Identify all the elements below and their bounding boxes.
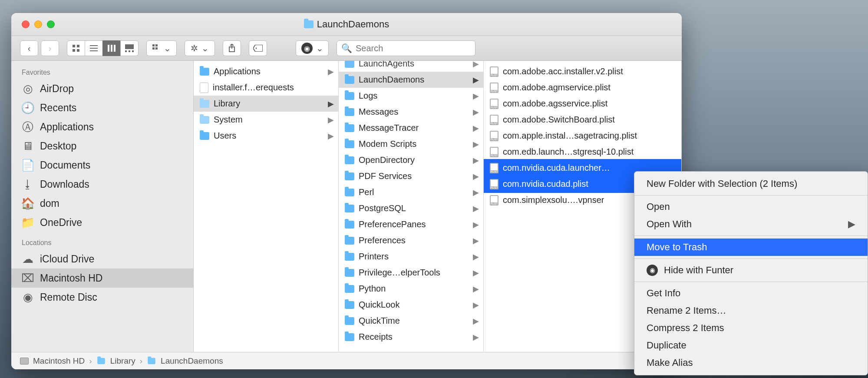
menu-item[interactable]: Open With▶ (634, 216, 868, 233)
view-list-button[interactable] (85, 40, 103, 56)
list-row[interactable]: LaunchAgents▶ (339, 61, 483, 72)
share-button[interactable] (223, 40, 241, 56)
zoom-window-button[interactable] (47, 20, 55, 28)
chevron-right-icon: ▶ (328, 131, 334, 141)
sidebar-item-home[interactable]: 🏠dom (11, 194, 193, 213)
list-row[interactable]: OpenDirectory▶ (339, 152, 483, 168)
list-row[interactable]: Users▶ (194, 128, 338, 144)
plist-file-icon (490, 179, 498, 189)
sidebar-item-desktop[interactable]: 🖥Desktop (11, 136, 193, 156)
list-row[interactable]: com.adobe.agsservice.plist (484, 96, 681, 112)
list-row[interactable]: com.apple.instal…sagetracing.plist (484, 128, 681, 144)
list-row[interactable]: Applications▶ (194, 63, 338, 80)
sidebar-item-applications[interactable]: ⒶApplications (11, 117, 193, 136)
svg-rect-7 (108, 45, 109, 52)
pathbar-item[interactable]: Macintosh HD (33, 356, 85, 366)
list-row[interactable]: com.adobe.agmservice.plist (484, 80, 681, 96)
list-row[interactable]: MessageTracer▶ (339, 120, 483, 136)
menu-item[interactable]: Compress 2 Items (634, 319, 868, 337)
downloads-icon: ⭳ (22, 178, 34, 190)
chevron-right-icon: ▶ (473, 156, 479, 165)
sidebar-item-macintosh-hd[interactable]: ⌧Macintosh HD (11, 269, 193, 288)
list-row[interactable]: com.adobe.acc.installer.v2.plist (484, 63, 681, 80)
row-label: LaunchDaemons (359, 75, 424, 85)
list-row[interactable]: installer.f…erequests (194, 80, 338, 96)
list-row[interactable]: PDF Services▶ (339, 168, 483, 184)
sidebar-item-icloud[interactable]: ☁iCloud Drive (11, 249, 193, 269)
list-row[interactable]: LaunchDaemons▶ (339, 72, 483, 88)
desktop-icon: 🖥 (22, 140, 34, 152)
list-row[interactable]: PostgreSQL▶ (339, 200, 483, 216)
search-field[interactable]: 🔍 (337, 40, 475, 56)
folder-icon (345, 237, 354, 245)
list-row[interactable]: Perl▶ (339, 184, 483, 200)
row-label: PDF Services (359, 171, 412, 181)
chevron-right-icon: › (89, 356, 92, 366)
sidebar-item-recents[interactable]: 🕘Recents (11, 98, 193, 117)
search-input[interactable] (356, 43, 471, 53)
chevron-right-icon: ▶ (473, 220, 479, 229)
folder-icon: 📁 (22, 216, 34, 229)
back-button[interactable]: ‹ (20, 40, 38, 56)
sidebar-item-remote-disc[interactable]: ◉Remote Disc (11, 288, 193, 307)
row-label: com.simplexsolu….vpnser (503, 195, 604, 205)
view-gallery-button[interactable] (120, 40, 139, 56)
action-button[interactable]: ✲ ⌄ (185, 40, 215, 56)
menu-item[interactable]: Open (634, 198, 868, 216)
list-row[interactable]: Messages▶ (339, 104, 483, 120)
group-by-button[interactable]: ⌄ (146, 40, 177, 56)
folder-icon (345, 108, 354, 116)
list-row[interactable]: com.adobe.SwitchBoard.plist (484, 112, 681, 128)
minimize-window-button[interactable] (34, 20, 42, 28)
list-row[interactable]: Modem Scripts▶ (339, 136, 483, 152)
folder-icon (345, 156, 354, 164)
list-row[interactable]: Printers▶ (339, 249, 483, 265)
view-columns-button[interactable] (102, 40, 121, 56)
list-row[interactable]: System▶ (194, 112, 338, 128)
list-row[interactable]: Logs▶ (339, 88, 483, 104)
chevron-right-icon: ▶ (473, 284, 479, 294)
menu-item-label: Hide with Funter (664, 265, 733, 276)
list-row[interactable]: Library▶ (194, 96, 338, 112)
toolbar: ‹ › ⌄ ✲ ⌄ (11, 36, 682, 61)
sidebar-item-onedrive[interactable]: 📁OneDrive (11, 213, 193, 232)
list-row[interactable]: Preferences▶ (339, 232, 483, 249)
close-window-button[interactable] (22, 20, 30, 28)
menu-item[interactable]: Move to Trash (634, 239, 868, 256)
list-row[interactable]: com.edb.launch…stgresql-10.plist (484, 144, 681, 160)
tags-button[interactable] (249, 40, 267, 56)
menu-item[interactable]: Duplicate (634, 337, 868, 354)
row-label: com.adobe.agmservice.plist (503, 83, 611, 93)
finder-window: LaunchDaemons ‹ › ⌄ ✲ (11, 13, 682, 369)
apps-icon: Ⓐ (22, 121, 34, 133)
menu-item[interactable]: Get Info (634, 285, 868, 302)
list-row[interactable]: Privilege…elperTools▶ (339, 265, 483, 281)
list-row[interactable]: QuickTime▶ (339, 313, 483, 329)
list-row[interactable]: QuickLook▶ (339, 297, 483, 313)
plist-file-icon (490, 195, 498, 206)
menu-item[interactable]: Make Alias (634, 354, 868, 371)
row-label: com.edb.launch…stgresql-10.plist (503, 147, 634, 157)
forward-button[interactable]: › (41, 40, 59, 56)
pathbar-item[interactable]: Library (110, 356, 135, 366)
svg-rect-6 (90, 50, 98, 51)
sidebar-item-downloads[interactable]: ⭳Downloads (11, 175, 193, 194)
view-icons-button[interactable] (67, 40, 85, 56)
folder-icon (345, 269, 354, 277)
chevron-right-icon: ▶ (473, 332, 479, 342)
list-row[interactable]: Receipts▶ (339, 329, 483, 345)
menu-separator (634, 235, 868, 236)
pathbar-item[interactable]: LaunchDaemons (161, 356, 223, 366)
funter-toggle-button[interactable]: ◉ ⌄ (296, 40, 329, 56)
svg-rect-17 (155, 47, 158, 50)
home-icon: 🏠 (22, 197, 34, 209)
menu-item[interactable]: New Folder with Selection (2 Items) (634, 175, 868, 192)
list-row[interactable]: Python▶ (339, 281, 483, 297)
chevron-right-icon: ▶ (473, 172, 479, 181)
list-row[interactable]: PreferencePanes▶ (339, 216, 483, 232)
row-label: OpenDirectory (359, 155, 415, 165)
sidebar-item-documents[interactable]: 📄Documents (11, 156, 193, 175)
menu-item[interactable]: Rename 2 Items… (634, 302, 868, 319)
menu-item[interactable]: ◉Hide with Funter (634, 262, 868, 279)
sidebar-item-airdrop[interactable]: ◎AirDrop (11, 79, 193, 98)
